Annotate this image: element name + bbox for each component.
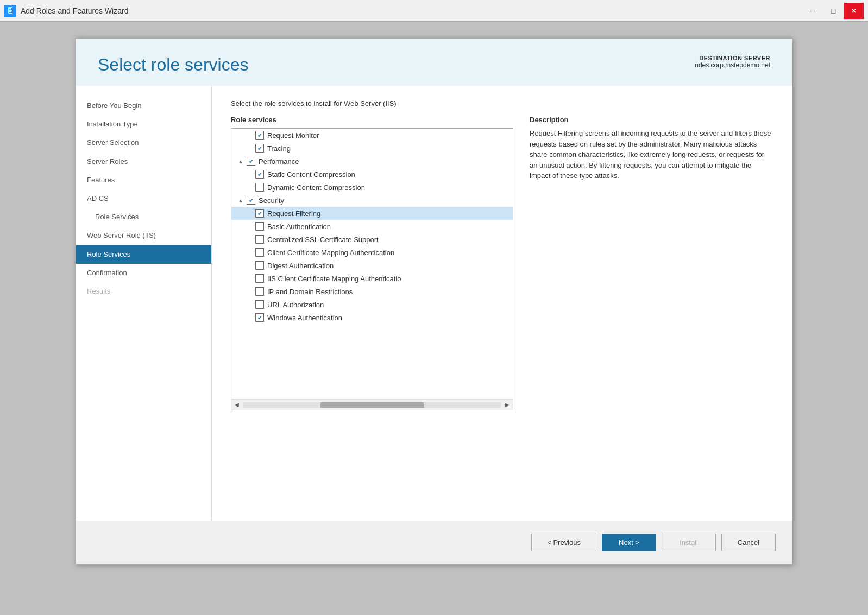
tree-item-dynamic-content-compression[interactable]: Dynamic Content Compression bbox=[231, 181, 513, 194]
label-iis-client-cert: IIS Client Certificate Mapping Authentic… bbox=[267, 275, 401, 283]
label-security: Security bbox=[259, 196, 284, 205]
label-windows-auth: Windows Authentication bbox=[267, 314, 342, 322]
install-button[interactable]: Install bbox=[662, 534, 716, 551]
sidebar-item-server-selection[interactable]: Server Selection bbox=[76, 134, 211, 152]
checkbox-iis-client-cert[interactable] bbox=[255, 274, 264, 283]
sidebar-item-role-services[interactable]: Role Services bbox=[76, 245, 211, 264]
tree-item-client-cert-mapping[interactable]: Client Certificate Mapping Authenticatio… bbox=[231, 246, 513, 259]
scroll-left-btn[interactable]: ◀ bbox=[231, 400, 242, 410]
tree-item-security[interactable]: ▲ ✔ Security bbox=[231, 194, 513, 207]
label-digest-auth: Digest Authentication bbox=[267, 262, 334, 270]
checkbox-client-cert-mapping[interactable] bbox=[255, 248, 264, 257]
tree-item-basic-auth[interactable]: Basic Authentication bbox=[231, 220, 513, 233]
role-services-section: Role services ✔ Request Monitor bbox=[231, 116, 513, 507]
checkbox-performance[interactable]: ✔ bbox=[247, 157, 255, 166]
label-client-cert-mapping: Client Certificate Mapping Authenticatio… bbox=[267, 249, 394, 257]
tree-item-windows-auth[interactable]: ✔ Windows Authentication bbox=[231, 311, 513, 324]
toggle-url-auth bbox=[247, 302, 255, 308]
window-controls: ─ □ ✕ bbox=[803, 3, 864, 19]
label-static-content: Static Content Compression bbox=[267, 170, 355, 179]
toggle-client-cert-mapping bbox=[247, 250, 255, 256]
tree-item-request-monitor[interactable]: ✔ Request Monitor bbox=[231, 129, 513, 142]
tree-scroll[interactable]: ✔ Request Monitor ✔ Tracing bbox=[231, 129, 513, 399]
toggle-security[interactable]: ▲ bbox=[238, 198, 247, 204]
checkbox-url-auth[interactable] bbox=[255, 300, 264, 309]
label-basic-auth: Basic Authentication bbox=[267, 223, 331, 231]
tree-item-request-filtering[interactable]: ✔ Request Filtering bbox=[231, 207, 513, 220]
tree-item-static-content-compression[interactable]: ✔ Static Content Compression bbox=[231, 168, 513, 181]
sidebar-item-ad-cs[interactable]: AD CS bbox=[76, 189, 211, 208]
title-bar-left: 🗄 Add Roles and Features Wizard bbox=[4, 5, 128, 17]
sidebar-item-installation-type[interactable]: Installation Type bbox=[76, 115, 211, 134]
sidebar-item-results: Results bbox=[76, 282, 211, 301]
toggle-request-filtering bbox=[247, 211, 255, 217]
label-ip-domain: IP and Domain Restrictions bbox=[267, 288, 353, 296]
label-url-auth: URL Authorization bbox=[267, 301, 324, 309]
description-label: Description bbox=[530, 116, 773, 124]
tree-item-performance[interactable]: ▲ ✔ Performance bbox=[231, 155, 513, 168]
label-request-monitor: Request Monitor bbox=[267, 131, 319, 140]
close-button[interactable]: ✕ bbox=[844, 3, 864, 19]
sidebar-item-features[interactable]: Features bbox=[76, 171, 211, 189]
checkbox-static-content[interactable]: ✔ bbox=[255, 170, 264, 179]
label-dynamic-content: Dynamic Content Compression bbox=[267, 183, 365, 192]
server-name: ndes.corp.mstepdemo.net bbox=[695, 61, 770, 69]
checkbox-request-monitor[interactable]: ✔ bbox=[255, 131, 264, 140]
server-info: DESTINATION SERVER ndes.corp.mstepdemo.n… bbox=[695, 55, 770, 69]
toggle-iis-client-cert bbox=[247, 276, 255, 282]
toggle-performance[interactable]: ▲ bbox=[238, 158, 247, 164]
sidebar: Before You Begin Installation Type Serve… bbox=[76, 86, 212, 521]
scroll-thumb bbox=[320, 402, 424, 408]
title-bar: 🗄 Add Roles and Features Wizard ─ □ ✕ bbox=[0, 0, 868, 22]
wizard-header: Select role services DESTINATION SERVER … bbox=[76, 39, 792, 86]
cancel-button[interactable]: Cancel bbox=[721, 534, 776, 551]
label-performance: Performance bbox=[259, 157, 299, 166]
checkbox-security[interactable]: ✔ bbox=[247, 196, 255, 205]
app-icon: 🗄 bbox=[4, 5, 16, 17]
checkbox-basic-auth[interactable] bbox=[255, 222, 264, 231]
tree-item-centralized-ssl[interactable]: Centralized SSL Certificate Support bbox=[231, 233, 513, 246]
next-button[interactable]: Next > bbox=[602, 534, 656, 551]
main-window: Select role services DESTINATION SERVER … bbox=[76, 38, 792, 565]
checkbox-digest-auth[interactable] bbox=[255, 261, 264, 270]
checkbox-windows-auth[interactable]: ✔ bbox=[255, 313, 264, 322]
toggle-digest-auth bbox=[247, 263, 255, 269]
toggle-centralized-ssl bbox=[247, 237, 255, 243]
tree-item-url-auth[interactable]: URL Authorization bbox=[231, 298, 513, 311]
tree-container: ✔ Request Monitor ✔ Tracing bbox=[231, 128, 513, 410]
toggle-ip-domain bbox=[247, 289, 255, 295]
maximize-button[interactable]: □ bbox=[823, 3, 843, 19]
toggle-static-content bbox=[247, 172, 255, 177]
sidebar-item-web-server-role[interactable]: Web Server Role (IIS) bbox=[76, 226, 211, 245]
tree-item-iis-client-cert[interactable]: IIS Client Certificate Mapping Authentic… bbox=[231, 272, 513, 285]
section-instruction: Select the role services to install for … bbox=[231, 99, 773, 107]
description-section: Description Request Filtering screens al… bbox=[530, 116, 773, 507]
sidebar-item-server-roles[interactable]: Server Roles bbox=[76, 153, 211, 171]
checkbox-tracing[interactable]: ✔ bbox=[255, 144, 264, 153]
toggle-dynamic-content bbox=[247, 185, 255, 191]
checkbox-request-filtering[interactable]: ✔ bbox=[255, 209, 264, 218]
scroll-track bbox=[243, 402, 501, 408]
checkbox-ip-domain[interactable] bbox=[255, 287, 264, 296]
sidebar-item-before-you-begin[interactable]: Before You Begin bbox=[76, 97, 211, 115]
minimize-button[interactable]: ─ bbox=[803, 3, 822, 19]
previous-button[interactable]: < Previous bbox=[531, 534, 596, 551]
tree-item-ip-domain[interactable]: IP and Domain Restrictions bbox=[231, 285, 513, 298]
tree-item-digest-auth[interactable]: Digest Authentication bbox=[231, 259, 513, 272]
checkbox-dynamic-content[interactable] bbox=[255, 183, 264, 192]
tree-item-tracing[interactable]: ✔ Tracing bbox=[231, 142, 513, 155]
checkbox-centralized-ssl[interactable] bbox=[255, 235, 264, 244]
horizontal-scrollbar[interactable]: ◀ ▶ bbox=[231, 399, 513, 410]
toggle-request-monitor bbox=[247, 132, 255, 138]
toggle-tracing bbox=[247, 145, 255, 151]
destination-server-label: DESTINATION SERVER bbox=[695, 55, 770, 61]
label-request-filtering: Request Filtering bbox=[267, 210, 320, 218]
sidebar-item-role-services-adcs[interactable]: Role Services bbox=[76, 208, 211, 226]
content-columns: Role services ✔ Request Monitor bbox=[231, 116, 773, 507]
window-title: Add Roles and Features Wizard bbox=[21, 7, 128, 15]
sidebar-item-confirmation[interactable]: Confirmation bbox=[76, 264, 211, 282]
description-text: Request Filtering screens all incoming r… bbox=[530, 128, 773, 181]
role-services-label: Role services bbox=[231, 116, 513, 124]
page-title: Select role services bbox=[98, 55, 248, 75]
scroll-right-btn[interactable]: ▶ bbox=[502, 400, 513, 410]
